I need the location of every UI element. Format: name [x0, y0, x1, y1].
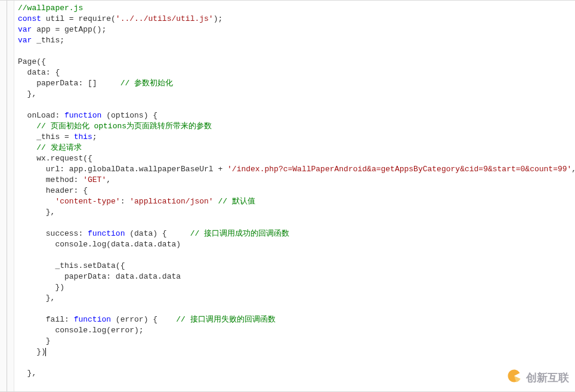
token-plain: app = getApp();	[32, 25, 106, 34]
token-plain: _this;	[32, 36, 64, 45]
token-plain: util = require(	[41, 14, 116, 23]
code-line[interactable]	[18, 304, 575, 314]
token-keyword: const	[18, 14, 41, 23]
code-line[interactable]: // 发起请求	[18, 143, 575, 153]
code-editor: //wallpaper.jsconst util = require('../.…	[0, 0, 575, 392]
code-line[interactable]: console.log(data.data.data)	[18, 239, 575, 250]
token-comment: // 默认值	[218, 197, 255, 206]
token-plain: url: app.globalData.wallpaperBaseUrl +	[18, 165, 227, 174]
code-line[interactable]: Page({	[18, 57, 575, 67]
token-plain: success:	[18, 229, 88, 238]
code-line[interactable]: //wallpaper.js	[18, 3, 575, 14]
token-plain: },	[18, 89, 36, 98]
token-plain: })	[18, 283, 64, 292]
token-plain: data: {	[18, 68, 60, 77]
token-keyword: function	[64, 111, 101, 120]
code-line[interactable]: paperData: [] // 参数初始化	[18, 78, 575, 89]
token-plain: }	[18, 337, 51, 345]
code-line[interactable]: },	[18, 89, 575, 100]
fold-guide-line	[7, 1, 7, 391]
token-plain: ,	[106, 175, 111, 184]
code-line[interactable]: url: app.globalData.wallpaperBaseUrl + '…	[18, 164, 575, 175]
token-string: '/index.php?c=WallPaperAndroid&a=getApps…	[227, 165, 571, 174]
token-plain: console.log(data.data.data)	[18, 240, 181, 249]
token-comment: // 参数初始化	[120, 79, 173, 88]
token-plain: (options) {	[101, 111, 157, 120]
token-plain: Page({	[18, 57, 46, 66]
code-line[interactable]: var app = getApp();	[18, 24, 575, 35]
token-comment: // 发起请求	[36, 143, 81, 152]
code-line[interactable]: }	[18, 336, 575, 347]
token-keyword: function	[88, 229, 125, 238]
code-line[interactable]	[18, 46, 575, 57]
code-line[interactable]: console.log(error);	[18, 325, 575, 336]
token-plain: paperData: data.data.data	[18, 272, 181, 281]
code-line[interactable]: var _this;	[18, 35, 575, 46]
token-plain: _this.setData({	[18, 261, 125, 270]
token-plain: header: {	[18, 186, 88, 195]
token-string: 'application/json'	[129, 197, 213, 206]
code-line[interactable]: _this.setData({	[18, 261, 575, 271]
code-line[interactable]	[18, 100, 575, 110]
token-keyword: function	[74, 315, 111, 324]
code-line[interactable]: success: function (data) { // 接口调用成功的回调函…	[18, 229, 575, 239]
code-area[interactable]: //wallpaper.jsconst util = require('../.…	[14, 1, 575, 391]
token-plain: })	[18, 347, 46, 356]
code-line[interactable]: paperData: data.data.data	[18, 271, 575, 282]
token-comment: //wallpaper.js	[18, 4, 83, 13]
token-plain: (error) {	[111, 315, 176, 324]
token-string: '../../utils/util.js'	[116, 14, 214, 23]
code-line[interactable]: data: {	[18, 67, 575, 78]
token-plain: fail:	[18, 315, 74, 324]
code-line[interactable]: })	[18, 282, 575, 293]
code-line[interactable]: },	[18, 368, 575, 379]
code-line[interactable]: 'content-type': 'application/json' // 默认…	[18, 196, 575, 207]
token-string: 'GET'	[83, 175, 106, 184]
code-line[interactable]: })	[18, 347, 575, 357]
token-string: 'content-type'	[55, 197, 120, 206]
token-plain: method:	[18, 175, 83, 184]
token-plain	[214, 197, 218, 206]
code-line[interactable]	[18, 218, 575, 229]
code-line[interactable]: fail: function (error) { // 接口调用失败的回调函数	[18, 314, 575, 325]
token-plain: :	[120, 197, 130, 206]
token-plain: },	[18, 294, 55, 303]
token-plain: ,	[571, 165, 575, 174]
code-line[interactable]: const util = require('../../utils/util.j…	[18, 14, 575, 24]
code-line[interactable]: method: 'GET',	[18, 175, 575, 186]
code-line[interactable]: },	[18, 207, 575, 218]
token-plain: (data) {	[125, 229, 190, 238]
code-line[interactable]	[18, 250, 575, 261]
code-line[interactable]: wx.request({	[18, 153, 575, 164]
token-plain: onLoad:	[18, 111, 64, 120]
token-plain: },	[18, 369, 36, 378]
token-plain: },	[18, 208, 55, 217]
token-comment: // 接口调用成功的回调函数	[190, 229, 289, 238]
token-plain: console.log(error);	[18, 326, 144, 335]
text-cursor	[45, 348, 46, 356]
token-plain	[18, 143, 36, 152]
code-line[interactable]: // 页面初始化 options为页面跳转所带来的参数	[18, 121, 575, 132]
token-plain: paperData: []	[18, 79, 120, 88]
token-keyword: this	[74, 132, 92, 141]
code-line[interactable]: onLoad: function (options) {	[18, 110, 575, 121]
token-plain: );	[214, 14, 223, 23]
token-keyword: var	[18, 25, 32, 34]
token-plain	[18, 122, 36, 131]
token-keyword: var	[18, 36, 32, 45]
fold-gutter	[0, 1, 14, 391]
code-line[interactable]: },	[18, 293, 575, 304]
token-plain	[18, 197, 55, 206]
code-line[interactable]: _this = this;	[18, 132, 575, 143]
token-comment: // 接口调用失败的回调函数	[176, 315, 275, 324]
token-comment: // 页面初始化 options为页面跳转所带来的参数	[36, 122, 212, 131]
code-line[interactable]: header: {	[18, 186, 575, 196]
token-plain: ;	[92, 132, 97, 141]
token-plain: wx.request({	[18, 154, 92, 163]
token-plain: _this =	[18, 132, 74, 141]
code-line[interactable]	[18, 357, 575, 368]
